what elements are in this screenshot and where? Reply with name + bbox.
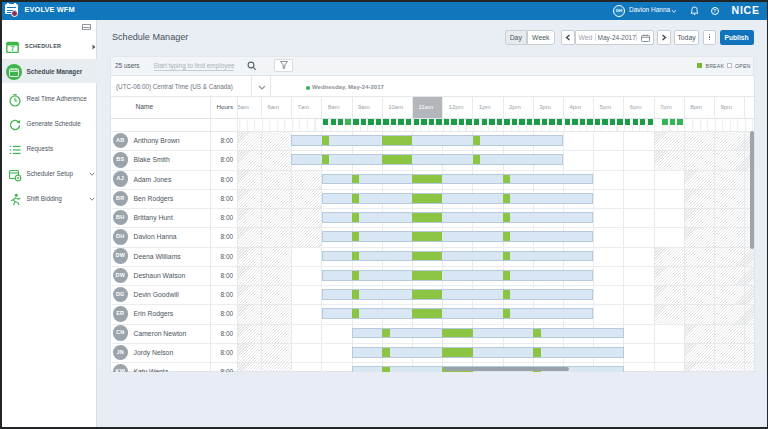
svg-text:7: 7 <box>11 45 15 52</box>
